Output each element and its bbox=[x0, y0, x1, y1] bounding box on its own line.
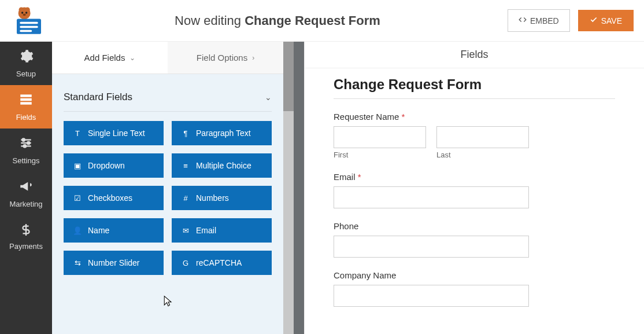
sidebar-item-label: Fields bbox=[16, 113, 36, 122]
tab-add-fields[interactable]: Add Fields ⌄ bbox=[52, 42, 168, 74]
fields-grid: TSingle Line Text ¶Paragraph Text ▣Dropd… bbox=[64, 121, 272, 275]
sidebar-item-setup[interactable]: Setup bbox=[0, 42, 52, 85]
chevron-right-icon: › bbox=[252, 54, 254, 62]
checkbox-icon: ☑ bbox=[73, 194, 82, 203]
check-icon bbox=[590, 16, 598, 25]
field-label: Dropdown bbox=[88, 161, 125, 170]
tab-label: Field Options bbox=[197, 53, 247, 63]
svg-point-16 bbox=[23, 138, 25, 141]
hash-icon: # bbox=[181, 194, 190, 203]
chevron-down-icon: ⌄ bbox=[265, 93, 272, 102]
paragraph-icon: ¶ bbox=[181, 129, 190, 138]
field-number-slider[interactable]: ⇆Number Slider bbox=[64, 251, 164, 275]
cursor-icon bbox=[163, 295, 173, 310]
field-dropdown[interactable]: ▣Dropdown bbox=[64, 153, 164, 178]
sidebar-item-label: Payments bbox=[9, 242, 43, 251]
app-logo bbox=[10, 5, 47, 37]
embed-button[interactable]: EMBED bbox=[508, 9, 570, 32]
required-asterisk: * bbox=[402, 112, 405, 122]
save-label: SAVE bbox=[601, 16, 622, 25]
field-multiple-choice[interactable]: ≡Multiple Choice bbox=[172, 153, 272, 178]
last-name-input[interactable] bbox=[436, 126, 529, 148]
list-icon: ≡ bbox=[181, 162, 190, 170]
field-label: Checkboxes bbox=[88, 193, 132, 203]
field-label: Paragraph Text bbox=[196, 129, 251, 138]
gear-icon bbox=[18, 49, 34, 67]
person-icon: 👤 bbox=[73, 226, 82, 235]
field-recaptcha[interactable]: GreCAPTCHA bbox=[172, 251, 272, 275]
field-label: Number Slider bbox=[88, 258, 139, 267]
fields-panel: Add Fields ⌄ Field Options › Standard Fi… bbox=[52, 42, 283, 334]
company-input[interactable] bbox=[334, 285, 529, 307]
preview-header: Fields bbox=[305, 42, 644, 68]
save-button[interactable]: SAVE bbox=[578, 10, 634, 31]
field-label: reCAPTCHA bbox=[196, 258, 242, 267]
svg-point-1 bbox=[19, 7, 24, 12]
field-email[interactable]: ✉Email bbox=[172, 218, 272, 243]
field-checkboxes[interactable]: ☑Checkboxes bbox=[64, 186, 164, 210]
name-row: First Last bbox=[334, 126, 615, 159]
sidebar-item-payments[interactable]: Payments bbox=[0, 215, 52, 259]
field-label: Multiple Choice bbox=[196, 161, 251, 170]
svg-point-3 bbox=[21, 12, 24, 14]
field-paragraph-text[interactable]: ¶Paragraph Text bbox=[172, 121, 272, 145]
form-group-phone[interactable]: Phone bbox=[334, 221, 615, 258]
tab-field-options[interactable]: Field Options › bbox=[168, 42, 283, 74]
page-title: Now editing Change Request Form bbox=[47, 13, 508, 28]
sidebar-item-label: Setup bbox=[16, 69, 36, 78]
list-icon bbox=[18, 92, 34, 111]
section-title: Standard Fields bbox=[64, 91, 132, 103]
text-icon: T bbox=[73, 129, 82, 138]
recaptcha-icon: G bbox=[181, 259, 190, 267]
panel-tabs: Add Fields ⌄ Field Options › bbox=[52, 42, 283, 74]
svg-rect-8 bbox=[20, 25, 38, 28]
svg-point-5 bbox=[23, 13, 26, 16]
preview-pane: Fields Change Request Form Requester Nam… bbox=[304, 42, 644, 334]
scrollbar-thumb[interactable] bbox=[283, 42, 294, 111]
tab-label: Add Fields bbox=[84, 53, 125, 63]
form-divider bbox=[334, 98, 615, 99]
form-group-name[interactable]: Requester Name * First Last bbox=[334, 112, 615, 159]
field-label: Single Line Text bbox=[88, 129, 145, 138]
email-input[interactable] bbox=[334, 186, 529, 208]
section-head-standard[interactable]: Standard Fields ⌄ bbox=[64, 91, 272, 112]
phone-input[interactable] bbox=[334, 236, 529, 258]
svg-point-2 bbox=[25, 7, 30, 12]
svg-point-17 bbox=[27, 142, 29, 144]
dropdown-icon: ▣ bbox=[73, 162, 82, 170]
chevron-down-icon: ⌄ bbox=[129, 54, 135, 62]
slider-icon: ⇆ bbox=[73, 259, 82, 267]
title-prefix: Now editing bbox=[175, 13, 241, 28]
sidebar-item-label: Settings bbox=[13, 156, 40, 165]
field-label-requester: Requester Name * bbox=[334, 112, 615, 122]
envelope-icon: ✉ bbox=[181, 226, 190, 235]
svg-point-4 bbox=[25, 12, 28, 14]
required-asterisk: * bbox=[358, 172, 361, 182]
bullhorn-icon bbox=[18, 179, 34, 197]
form-group-company[interactable]: Company Name bbox=[334, 270, 615, 307]
svg-rect-10 bbox=[20, 94, 32, 97]
embed-label: EMBED bbox=[530, 16, 559, 25]
sidebar: Setup Fields Settings Marketing Payments bbox=[0, 42, 52, 334]
code-icon bbox=[519, 16, 527, 25]
field-label: Name bbox=[88, 226, 109, 235]
sidebar-item-marketing[interactable]: Marketing bbox=[0, 172, 52, 215]
sublabel-first: First bbox=[334, 151, 426, 159]
sidebar-item-fields[interactable]: Fields bbox=[0, 85, 52, 129]
field-numbers[interactable]: #Numbers bbox=[172, 186, 272, 210]
top-bar: Now editing Change Request Form EMBED SA… bbox=[0, 0, 644, 42]
field-label-phone: Phone bbox=[334, 221, 615, 231]
sidebar-item-label: Marketing bbox=[9, 200, 42, 208]
field-single-line-text[interactable]: TSingle Line Text bbox=[64, 121, 164, 145]
svg-rect-11 bbox=[20, 98, 32, 101]
sliders-icon bbox=[18, 135, 34, 154]
field-name[interactable]: 👤Name bbox=[64, 218, 164, 243]
field-label: Email bbox=[196, 226, 216, 235]
form-group-email[interactable]: Email * bbox=[334, 172, 615, 208]
sidebar-item-settings[interactable]: Settings bbox=[0, 129, 52, 172]
dollar-icon bbox=[20, 223, 32, 240]
field-label-email: Email * bbox=[334, 172, 615, 182]
first-name-input[interactable] bbox=[334, 126, 426, 148]
form-title[interactable]: Change Request Form bbox=[334, 76, 615, 93]
sublabel-last: Last bbox=[436, 151, 529, 159]
